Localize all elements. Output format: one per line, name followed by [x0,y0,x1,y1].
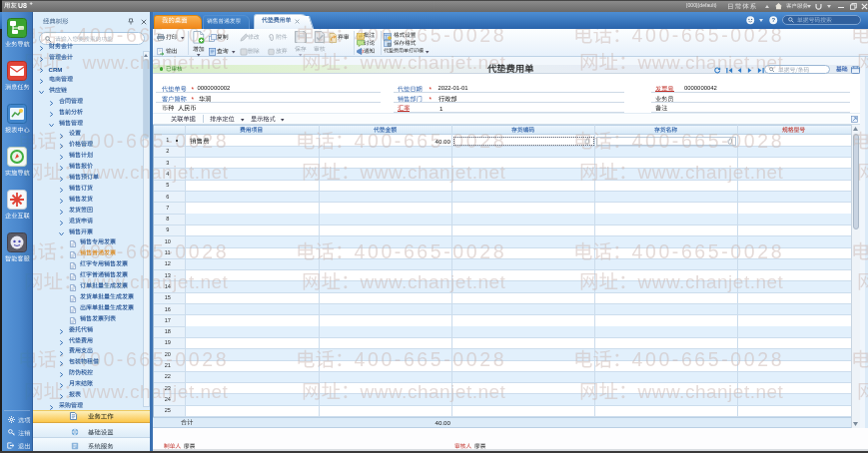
svg-text:?: ? [771,17,775,23]
